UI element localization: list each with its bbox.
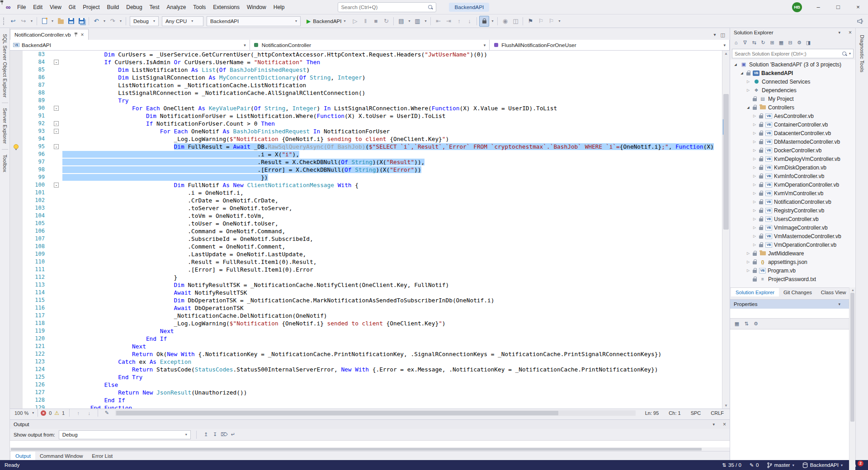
pending-changes-filter-icon[interactable]: ∇	[741, 39, 749, 46]
twisty-icon[interactable]: ▷	[752, 234, 757, 238]
redo-button[interactable]	[108, 16, 118, 27]
breakpoint-margin[interactable]	[10, 97, 23, 104]
tree-item-kvmoperationcontroller-vb[interactable]: ▷VBKvmOperationController.vb	[730, 180, 855, 189]
properties-icon[interactable]: ⚙	[795, 39, 803, 46]
code-line[interactable]: 121 Next	[10, 343, 722, 350]
twisty-icon[interactable]: ▷	[752, 148, 757, 152]
code-line[interactable]: 97 .Result = X.CheckDBNull(Of String)(X(…	[10, 158, 722, 166]
show-all-files-icon[interactable]: ▦	[777, 39, 785, 46]
breakpoint-margin[interactable]	[10, 143, 23, 150]
code-line[interactable]: 110 .Result = FullResult.Item1(0).Result…	[10, 258, 722, 266]
collapse-region-icon[interactable]: -	[54, 144, 59, 149]
breakpoint-margin[interactable]	[10, 327, 23, 335]
code-line[interactable]: 125 End Try	[10, 373, 722, 381]
next-bookmark-button[interactable]	[546, 16, 556, 27]
breakpoint-margin[interactable]	[10, 289, 23, 296]
side-tab-diagnostic-tools[interactable]: Diagnostic Tools	[859, 31, 865, 76]
breakpoint-margin[interactable]	[10, 366, 23, 373]
breakpoint-margin[interactable]	[10, 227, 23, 235]
tree-item-appsettings-json[interactable]: ▷{}appsettings.json	[730, 258, 855, 266]
breakpoint-margin[interactable]	[10, 127, 23, 135]
zoom-control[interactable]: 100 %▾	[11, 409, 38, 417]
tab-command-window[interactable]: Command Window	[35, 451, 87, 460]
breadcrumb-flushallnotificationforoneuser[interactable]: FlushAllNotificationForOneUser▾	[490, 40, 730, 50]
code-line[interactable]: 88 ListSignalRConnection = _Notification…	[10, 89, 722, 97]
code-line[interactable]: 100- Dim FullNotif As New ClientNotifica…	[10, 181, 722, 189]
tree-item-backendapi[interactable]: ◢VBBackendAPI	[730, 69, 855, 77]
column-indicator[interactable]: Ch: 1	[664, 410, 685, 416]
decrease-indent-button[interactable]	[433, 16, 443, 27]
twisty-icon[interactable]: ▷	[745, 88, 751, 92]
code-line[interactable]: 123 Catch ex As Exception	[10, 358, 722, 366]
breakpoint-margin[interactable]	[10, 358, 23, 366]
breakpoint-margin[interactable]	[10, 220, 23, 227]
breakpoint-margin[interactable]	[10, 181, 23, 189]
twisty-icon[interactable]: ▷	[752, 131, 757, 135]
start-without-debugging-button[interactable]	[350, 16, 360, 27]
close-button[interactable]	[848, 0, 868, 14]
undo-button[interactable]	[91, 16, 101, 27]
output-scrollbar[interactable]	[10, 447, 730, 451]
code-line[interactable]: 105 .toUser = OneNotif.toUser,	[10, 220, 722, 227]
twisty-icon[interactable]: ▷	[752, 165, 757, 169]
previous-message-icon[interactable]: ↥	[202, 431, 210, 438]
new-file-dropdown-icon[interactable]	[50, 16, 55, 27]
side-tab-server-explorer[interactable]: Server Explorer	[2, 104, 8, 148]
vertical-scrollbar[interactable]: ▲ ▼	[722, 51, 730, 409]
categorized-icon[interactable]: ▦	[733, 320, 741, 328]
tree-item-my-project[interactable]: ▤My Project	[730, 94, 855, 103]
window-position-icon[interactable]: ▾	[712, 422, 715, 427]
twisty-icon[interactable]: ▷	[752, 191, 757, 195]
code-line[interactable]: 91 Dim NotificationForUser = ListNotific…	[10, 112, 722, 120]
twisty-icon[interactable]: ▷	[752, 183, 757, 187]
breakpoint-margin[interactable]	[10, 150, 23, 158]
breakpoint-margin[interactable]	[10, 204, 23, 212]
tree-item-dbmasternodecontroller-vb[interactable]: ▷VBDbMasternodeController.vb	[730, 137, 855, 146]
breakpoint-margin[interactable]	[10, 350, 23, 358]
warning-icon[interactable]: ⚠	[54, 410, 59, 416]
breadcrumb-notificationcontroller[interactable]: NotificationController▾	[250, 40, 490, 50]
code-editor[interactable]: 83 Dim CurUsers = _UserService.GetCurren…	[10, 51, 730, 409]
branch-selector-button[interactable]: master ▾	[767, 462, 794, 468]
code-line[interactable]: 122 Return Ok(New With {.NotificationKey…	[10, 350, 722, 358]
scroll-up-icon[interactable]: ▲	[724, 52, 728, 56]
menu-edit[interactable]: Edit	[29, 0, 46, 14]
twisty-icon[interactable]: ▷	[752, 226, 757, 230]
refresh-icon[interactable]: ↻	[759, 39, 767, 46]
code-line[interactable]: 115 Dim DbOperationTSK = _NotificationCa…	[10, 296, 722, 304]
breakpoint-margin[interactable]	[10, 112, 23, 120]
breakpoint-margin[interactable]	[10, 243, 23, 250]
output-content[interactable]	[10, 441, 730, 447]
split-window-button[interactable]	[510, 16, 520, 27]
solution-search-input[interactable]	[735, 51, 840, 56]
menu-help[interactable]: Help	[270, 0, 288, 14]
send-feedback-button[interactable]	[855, 16, 865, 27]
tree-item-projectpassword-txt[interactable]: ≡ProjectPassword.txt	[730, 275, 855, 283]
tree-item-controllers[interactable]: ◢Controllers	[730, 103, 855, 112]
breakpoint-margin[interactable]	[10, 281, 23, 289]
breakpoint-margin[interactable]	[10, 312, 23, 320]
preview-selected-items-icon[interactable]: ◨	[804, 39, 812, 46]
code-line[interactable]: 93- For Each OneNotif As BashJobFinished…	[10, 127, 722, 135]
code-line[interactable]: 104 .toVm = OneNotif.toVm,	[10, 212, 722, 220]
code-line[interactable]: 112 }	[10, 273, 722, 281]
code-line[interactable]: 106 .Command = OneNotif.Command,	[10, 227, 722, 235]
menu-test[interactable]: Test	[146, 0, 163, 14]
find-dropdown-icon[interactable]	[406, 16, 412, 27]
breakpoint-margin[interactable]	[10, 304, 23, 312]
scrollbar-thumb[interactable]	[723, 94, 729, 230]
code-line[interactable]: 116 Await DbOperationTSK	[10, 304, 722, 312]
breakpoint-margin[interactable]	[10, 320, 23, 327]
toggle-word-wrap-icon[interactable]: ↵	[229, 431, 237, 438]
close-icon[interactable]: ×	[81, 32, 84, 38]
scroll-down-icon[interactable]: ▼	[724, 404, 728, 408]
breakpoint-margin[interactable]	[10, 51, 23, 58]
code-line[interactable]: 114 Await NotifyResultTSK	[10, 289, 722, 296]
lock-toolbar-button[interactable]	[479, 16, 489, 27]
account-avatar[interactable]: HB	[792, 2, 802, 12]
twisty-icon[interactable]: ▷	[752, 157, 757, 161]
code-line[interactable]: 129 End Function	[10, 404, 722, 409]
tree-item-kvmvmcontroller-vb[interactable]: ▷VBKvmVmController.vb	[730, 189, 855, 197]
code-line[interactable]: 85 Dim ListNotification As List(Of BashJ…	[10, 66, 722, 74]
tree-item-dockercontroller-vb[interactable]: ▷VBDockerController.vb	[730, 146, 855, 155]
